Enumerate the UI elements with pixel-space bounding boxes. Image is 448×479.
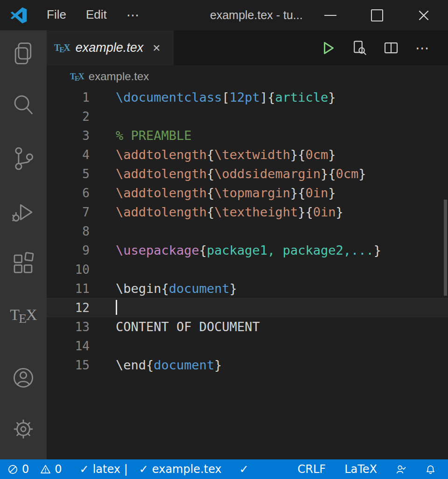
activity-item-extensions[interactable]: [0, 247, 47, 280]
code-line[interactable]: 1\documentclass[12pt]{article}: [47, 88, 448, 107]
code-line[interactable]: 11\begin{document}: [47, 279, 448, 298]
code-text: \usepackage{package1, package2,...}: [116, 243, 381, 257]
editor-actions: ⋯: [318, 30, 448, 65]
close-button[interactable]: [413, 5, 434, 26]
code-line[interactable]: 10: [47, 260, 448, 279]
breadcrumb-file[interactable]: example.tex: [89, 70, 149, 83]
activity-item-latex-workshop[interactable]: TEX: [0, 298, 47, 332]
vscode-window: File Edit ⋯ example.tex - tu...: [0, 0, 448, 479]
line-number: 2: [47, 107, 90, 126]
tab-close-icon[interactable]: ×: [153, 42, 160, 55]
code-line[interactable]: 9\usepackage{package1, package2,...}: [47, 241, 448, 260]
warning-count: 0: [55, 463, 62, 476]
line-number: 13: [47, 318, 90, 337]
maximize-icon: [371, 9, 383, 21]
line-number: 9: [47, 241, 90, 260]
activity-item-run-debug[interactable]: [0, 195, 47, 229]
synctex-status[interactable]: ✓: [239, 463, 249, 476]
code-text: \addtolength{\textwidth}{0cm}: [116, 147, 336, 162]
extensions-icon: [10, 250, 36, 277]
minimize-icon: [324, 15, 336, 16]
menu-file[interactable]: File: [38, 5, 75, 26]
code-line[interactable]: 2: [47, 107, 448, 126]
menu-bar: File Edit ⋯: [38, 5, 149, 26]
code-line[interactable]: 3% PREAMBLE: [47, 126, 448, 145]
activity-item-search[interactable]: [0, 88, 47, 122]
source-control-icon: [10, 146, 36, 172]
preview-icon: [351, 40, 368, 56]
code-lines: 1\documentclass[12pt]{article}23% PREAMB…: [47, 88, 448, 375]
text-cursor: [116, 300, 117, 315]
line-number: 8: [47, 222, 90, 241]
code-text: \end{document}: [116, 358, 222, 372]
activity-item-account[interactable]: [0, 361, 47, 395]
notifications-button[interactable]: [425, 464, 436, 475]
line-number: 11: [47, 279, 90, 299]
code-line[interactable]: 6\addtolength{\topmargin}{0in}: [47, 183, 448, 202]
language-mode[interactable]: LaTeX: [344, 463, 377, 476]
tab-example-tex[interactable]: TEX example.tex ×: [47, 30, 174, 65]
split-editor-button[interactable]: [382, 39, 400, 57]
code-text: % PREAMBLE: [116, 128, 192, 143]
line-number: 3: [47, 126, 90, 146]
build-status[interactable]: ✓ latex |: [80, 463, 128, 476]
activity-item-source-control[interactable]: [0, 142, 47, 175]
code-line[interactable]: 12: [47, 298, 448, 317]
more-actions-button[interactable]: ⋯: [413, 39, 432, 57]
tab-bar: TEX example.tex ×: [47, 30, 448, 65]
line-number: 12: [47, 299, 90, 318]
code-line[interactable]: 5\addtolength{\oddsidemargin}{0cm}: [47, 164, 448, 183]
code-text: [116, 300, 117, 315]
menu-overflow[interactable]: ⋯: [118, 5, 149, 26]
code-text: \addtolength{\topmargin}{0in}: [116, 186, 336, 200]
view-pdf-button[interactable]: [350, 39, 369, 57]
code-line[interactable]: 7\addtolength{\textheight}{0in}: [47, 202, 448, 222]
warning-icon: [40, 464, 51, 475]
line-number: 4: [47, 146, 90, 165]
bell-icon: [425, 464, 436, 475]
editor-scrollbar[interactable]: [444, 200, 447, 296]
eol-indicator[interactable]: CRLF: [298, 463, 326, 476]
code-line[interactable]: 15\end{document}: [47, 355, 448, 375]
problems-warnings[interactable]: 0: [40, 463, 62, 476]
check-icon: ✓: [139, 463, 148, 476]
split-editor-icon: [383, 40, 399, 56]
line-number: 14: [47, 337, 90, 356]
code-text: \addtolength{\textheight}{0in}: [116, 205, 343, 219]
error-icon: [7, 464, 18, 475]
compile-file-status[interactable]: ✓ example.tex: [139, 463, 222, 476]
line-number: 1: [47, 88, 90, 107]
feedback-button[interactable]: [396, 464, 406, 475]
compile-file-label: example.tex: [152, 463, 222, 476]
line-number: 6: [47, 184, 90, 203]
breadcrumb: TEX example.tex: [47, 65, 448, 88]
code-line[interactable]: 14: [47, 336, 448, 355]
run-debug-icon: [10, 199, 36, 225]
window-title: example.tex - tu...: [210, 0, 303, 30]
code-line[interactable]: 4\addtolength{\textwidth}{0cm}: [47, 145, 448, 164]
gear-icon: [10, 416, 36, 442]
code-line[interactable]: 13CONTENT OF DOCUMENT: [47, 317, 448, 336]
more-actions-icon: ⋯: [415, 40, 430, 56]
build-label: latex |: [93, 463, 128, 476]
code-text: \addtolength{\oddsidemargin}{0cm}: [116, 167, 366, 181]
activity-item-settings[interactable]: [0, 412, 47, 446]
status-left: 0 0 ✓ latex | ✓ example.tex ✓: [7, 463, 249, 476]
code-text: \begin{document}: [116, 281, 237, 296]
line-number: 10: [47, 260, 90, 279]
check-icon: ✓: [239, 463, 249, 476]
title-bar: File Edit ⋯ example.tex - tu...: [0, 0, 448, 30]
tex-file-icon: TEX: [54, 42, 70, 53]
status-right: CRLF LaTeX: [298, 463, 436, 476]
code-editor[interactable]: 1\documentclass[12pt]{article}23% PREAMB…: [47, 88, 448, 459]
menu-edit[interactable]: Edit: [77, 5, 115, 26]
build-run-button[interactable]: [318, 39, 337, 57]
problems-errors[interactable]: 0: [7, 463, 29, 476]
explorer-icon: [10, 41, 36, 67]
line-number: 5: [47, 165, 90, 184]
error-count: 0: [22, 463, 29, 476]
maximize-button[interactable]: [367, 5, 387, 26]
code-line[interactable]: 8: [47, 222, 448, 241]
minimize-button[interactable]: [320, 5, 341, 26]
activity-item-explorer[interactable]: [0, 37, 47, 70]
